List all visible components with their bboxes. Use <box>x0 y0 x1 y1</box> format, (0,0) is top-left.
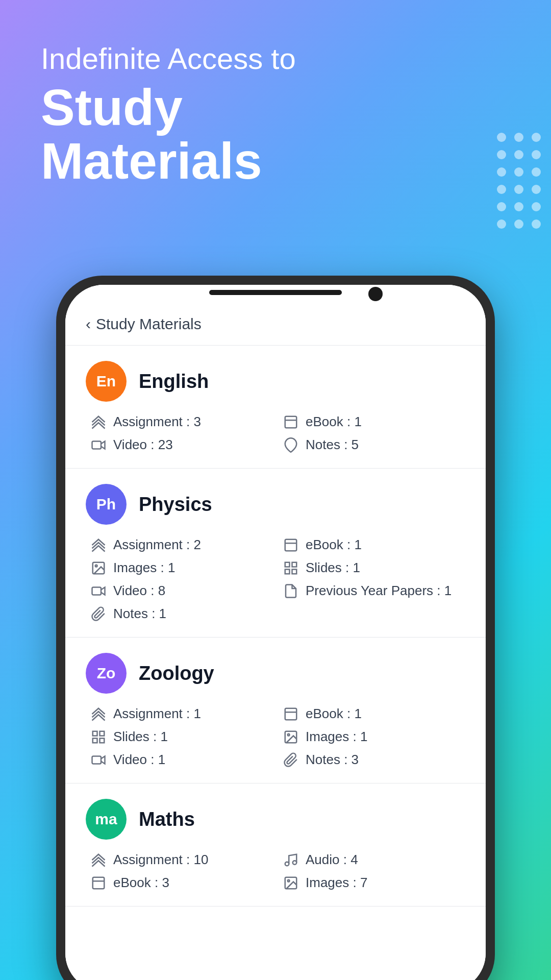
svg-point-19 <box>288 733 290 736</box>
stat-label: eBook : 1 <box>306 414 362 430</box>
stat-video: Video : 23 <box>91 437 273 453</box>
stat-label: Audio : 4 <box>306 852 358 868</box>
stat-assignment: Assignment : 3 <box>91 414 273 430</box>
video-icon <box>91 752 106 768</box>
stat-prev-year: Previous Year Papers : 1 <box>283 583 465 599</box>
video-icon <box>91 437 106 453</box>
subject-name-english: English <box>139 371 209 393</box>
subject-card-english: En English Assignment : 3 eBook : <box>65 346 486 469</box>
stat-label: Video : 1 <box>113 752 165 768</box>
svg-rect-23 <box>93 877 105 889</box>
stat-video: Video : 1 <box>91 752 273 768</box>
layers-icon <box>91 706 106 722</box>
stat-label: eBook : 1 <box>306 537 362 553</box>
stat-notes: Notes : 1 <box>91 606 273 622</box>
stat-label: Previous Year Papers : 1 <box>306 583 452 599</box>
hero-section: Indefinite Access to Study Materials <box>41 41 296 188</box>
stat-notes: Notes : 3 <box>283 752 465 768</box>
subject-name-physics: Physics <box>139 494 212 516</box>
svg-rect-14 <box>93 731 97 736</box>
subject-header-english: En English <box>86 361 465 402</box>
svg-rect-10 <box>292 569 297 574</box>
layers-icon <box>91 537 106 553</box>
svg-rect-15 <box>100 731 105 736</box>
stat-notes: Notes : 5 <box>283 437 465 453</box>
subject-header-zoology: Zo Zoology <box>86 653 465 694</box>
stat-ebook: eBook : 1 <box>283 537 465 553</box>
video-icon <box>91 583 106 599</box>
svg-rect-3 <box>285 539 297 551</box>
phone-notch <box>209 290 342 295</box>
stat-images: Images : 7 <box>283 875 465 891</box>
slides-icon <box>283 560 298 576</box>
stat-ebook: eBook : 1 <box>283 414 465 430</box>
svg-point-22 <box>293 861 297 865</box>
image-icon <box>283 875 298 891</box>
stat-video: Video : 8 <box>91 583 273 599</box>
subject-stats-physics: Assignment : 2 eBook : 1 Images : 1 <box>86 537 465 622</box>
stat-label: Slides : 1 <box>306 560 360 576</box>
subject-card-maths: ma Maths Assignment : 10 Audio : <box>65 783 486 906</box>
stat-label: eBook : 3 <box>113 875 169 891</box>
hero-tagline: Indefinite Access to <box>41 41 296 77</box>
book-icon <box>283 414 298 430</box>
stat-label: Assignment : 3 <box>113 414 201 430</box>
svg-point-21 <box>285 862 289 866</box>
svg-point-6 <box>95 565 97 567</box>
hero-title: Study Materials <box>41 81 296 188</box>
svg-point-26 <box>288 879 290 881</box>
avatar-zoology: Zo <box>86 653 127 694</box>
back-navigation[interactable]: ‹ Study Materials <box>86 315 465 333</box>
back-chevron-icon: ‹ <box>86 315 91 333</box>
stat-images: Images : 1 <box>283 729 465 745</box>
stat-label: Assignment : 2 <box>113 537 201 553</box>
doc-icon <box>283 583 298 599</box>
stat-label: Notes : 3 <box>306 752 359 768</box>
stat-label: Images : 7 <box>306 875 367 891</box>
subject-name-zoology: Zoology <box>139 663 214 684</box>
screen-title: Study Materials <box>96 315 202 333</box>
book-icon <box>283 706 298 722</box>
stat-label: Images : 1 <box>113 560 175 576</box>
subject-header-maths: ma Maths <box>86 799 465 840</box>
stat-label: Slides : 1 <box>113 729 168 745</box>
clip-icon <box>283 437 298 453</box>
stat-assignment: Assignment : 1 <box>91 706 273 722</box>
subject-card-zoology: Zo Zoology Assignment : 1 eBook : <box>65 638 486 783</box>
image-icon <box>91 560 106 576</box>
svg-rect-17 <box>100 738 105 743</box>
phone-screen: ‹ Study Materials En English Assignment … <box>65 285 486 980</box>
svg-rect-20 <box>92 756 102 764</box>
stat-label: Images : 1 <box>306 729 367 745</box>
book-icon <box>91 875 106 891</box>
subject-name-maths: Maths <box>139 808 195 830</box>
stat-label: Video : 8 <box>113 583 165 599</box>
svg-rect-0 <box>285 416 297 428</box>
avatar-physics: Ph <box>86 484 127 525</box>
svg-rect-9 <box>285 569 290 574</box>
stat-label: Notes : 1 <box>113 606 166 622</box>
svg-rect-8 <box>292 562 297 567</box>
stat-audio: Audio : 4 <box>283 852 465 868</box>
stat-label: Notes : 5 <box>306 437 359 453</box>
slides-icon <box>91 729 106 745</box>
layers-icon <box>91 414 106 430</box>
svg-rect-7 <box>285 562 290 567</box>
stat-slides: Slides : 1 <box>283 560 465 576</box>
layers-icon <box>91 852 106 868</box>
stat-slides: Slides : 1 <box>91 729 273 745</box>
paperclip-icon <box>91 606 106 622</box>
screen-content: En English Assignment : 3 eBook : <box>65 346 486 980</box>
svg-rect-11 <box>92 587 102 595</box>
audio-icon <box>283 852 298 868</box>
stat-images: Images : 1 <box>91 560 273 576</box>
subject-stats-maths: Assignment : 10 Audio : 4 eBook : 3 <box>86 852 465 891</box>
avatar-english: En <box>86 361 127 402</box>
avatar-maths: ma <box>86 799 127 840</box>
stat-label: Assignment : 1 <box>113 706 201 722</box>
stat-label: Assignment : 10 <box>113 852 208 868</box>
phone-frame: ‹ Study Materials En English Assignment … <box>56 276 495 980</box>
stat-label: Video : 23 <box>113 437 173 453</box>
paperclip-icon <box>283 752 298 768</box>
svg-rect-2 <box>92 441 102 449</box>
